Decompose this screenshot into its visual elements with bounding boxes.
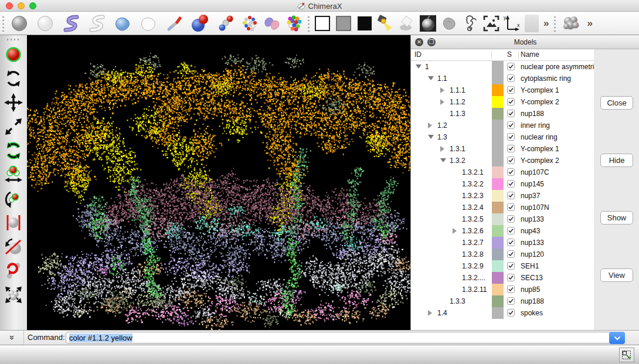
- model-row-1.3[interactable]: 1.3nuclear ring: [411, 131, 594, 143]
- zoom-icon[interactable]: [2, 115, 25, 138]
- disclosure-right-icon[interactable]: [440, 99, 444, 105]
- disclosure-down-icon[interactable]: [440, 158, 446, 162]
- snapshot-icon[interactable]: [481, 12, 502, 35]
- column-name[interactable]: Name: [521, 50, 539, 59]
- white-background-icon[interactable]: [312, 12, 333, 35]
- model-row-1[interactable]: 1nuclear pore asymmetric unit: [411, 61, 594, 73]
- model-row-1.3.2.8[interactable]: 1.3.2.8nup120: [411, 249, 594, 260]
- model-shown-checkbox[interactable]: [507, 110, 515, 117]
- select-icon[interactable]: [2, 43, 25, 66]
- model-color-swatch[interactable]: [492, 96, 504, 108]
- model-row-1.3.1[interactable]: 1.3.1Y-complex 1: [411, 143, 594, 155]
- simple-lighting-icon[interactable]: [375, 12, 396, 35]
- disclosure-down-icon[interactable]: [428, 135, 434, 139]
- element-colors-atoms-icon[interactable]: [239, 12, 261, 35]
- rotate-models-icon[interactable]: [2, 140, 25, 162]
- model-shown-checkbox[interactable]: [507, 133, 515, 141]
- spacefill-style-icon[interactable]: [187, 12, 213, 35]
- model-color-swatch[interactable]: [492, 73, 504, 84]
- toolbar-overflow-chevron[interactable]: »: [541, 18, 552, 29]
- model-color-swatch[interactable]: [492, 108, 504, 120]
- model-shown-checkbox[interactable]: [507, 297, 515, 305]
- move-model-icon[interactable]: [2, 284, 25, 306]
- model-shown-checkbox[interactable]: [507, 180, 515, 188]
- clip-icon[interactable]: [2, 212, 25, 234]
- disclosure-right-icon[interactable]: [428, 123, 432, 128]
- model-shown-checkbox[interactable]: [507, 157, 515, 164]
- model-shown-checkbox[interactable]: [507, 145, 515, 152]
- model-shown-checkbox[interactable]: [507, 121, 515, 129]
- chain-colors-blobs-icon[interactable]: [261, 12, 283, 35]
- black-background-icon[interactable]: [354, 12, 375, 35]
- model-shown-checkbox[interactable]: [507, 285, 515, 293]
- model-row-1.3.3[interactable]: 1.3.3nup188: [411, 295, 594, 307]
- model-color-swatch[interactable]: [492, 131, 504, 143]
- model-color-swatch[interactable]: [492, 272, 504, 284]
- blank-toolbar-button[interactable]: [525, 15, 539, 32]
- models-column-header[interactable]: ID S Name: [411, 49, 594, 61]
- blue-surface-icon[interactable]: [110, 12, 135, 35]
- model-shown-checkbox[interactable]: [507, 274, 515, 281]
- model-color-swatch[interactable]: [492, 166, 504, 178]
- model-color-swatch[interactable]: [492, 61, 504, 73]
- rotate-molecule-icon[interactable]: [2, 188, 25, 210]
- model-shown-checkbox[interactable]: [507, 262, 515, 270]
- model-color-swatch[interactable]: [492, 120, 504, 131]
- rainbow-spheres-icon[interactable]: [283, 12, 305, 35]
- model-color-swatch[interactable]: [492, 155, 504, 166]
- command-input[interactable]: color #1.1.2 yellow: [66, 332, 625, 343]
- column-id[interactable]: ID: [414, 50, 422, 59]
- model-row-1.3.2.9[interactable]: 1.3.2.9SEH1: [411, 260, 594, 272]
- translate-icon[interactable]: [2, 91, 25, 114]
- model-shown-checkbox[interactable]: [507, 215, 515, 223]
- model-shown-checkbox[interactable]: [507, 309, 515, 317]
- model-color-swatch[interactable]: [492, 260, 504, 272]
- show-button[interactable]: Show: [600, 211, 633, 224]
- orient-axes-icon[interactable]: y x: [502, 12, 523, 35]
- bond-rotate-icon[interactable]: [2, 260, 25, 282]
- model-row-1.1.2[interactable]: 1.1.2Y-complex 2: [411, 96, 594, 108]
- model-row-1.3.2.7[interactable]: 1.3.2.7nup133: [411, 237, 594, 249]
- model-color-swatch[interactable]: [492, 178, 504, 190]
- model-row-1.1.1[interactable]: 1.1.1Y-complex 1: [411, 84, 594, 96]
- column-shown[interactable]: S: [507, 50, 512, 59]
- model-row-1.3.2.6[interactable]: 1.3.2.6nup43: [411, 225, 594, 237]
- model-color-swatch[interactable]: [492, 295, 504, 307]
- model-color-swatch[interactable]: [492, 284, 504, 295]
- model-color-swatch[interactable]: [492, 213, 504, 225]
- model-row-1.3.2.11[interactable]: 1.3.2.11nup85: [411, 284, 594, 295]
- disclosure-right-icon[interactable]: [440, 146, 444, 152]
- model-row-1.1.3[interactable]: 1.1.3nup188: [411, 108, 594, 120]
- 3d-viewport[interactable]: [27, 35, 410, 330]
- models-panel-titlebar[interactable]: ✕ ❐ Models: [411, 35, 639, 49]
- model-row-1.3.2.1[interactable]: 1.3.2.1nup107C: [411, 166, 594, 178]
- soft-lighting-icon[interactable]: [396, 12, 417, 35]
- model-shown-checkbox[interactable]: [507, 63, 515, 70]
- model-row-1.3.2.2[interactable]: 1.3.2.2nup145: [411, 178, 594, 190]
- model-shown-checkbox[interactable]: [507, 227, 515, 234]
- silhouettes-seahorse-icon[interactable]: [460, 12, 481, 35]
- toolbar-drag-handle[interactable]: [307, 15, 311, 32]
- white-ribbon-icon[interactable]: [84, 12, 110, 35]
- model-color-swatch[interactable]: [492, 237, 504, 249]
- close-button[interactable]: Close: [600, 96, 633, 110]
- hide-button[interactable]: Hide: [600, 154, 633, 167]
- model-color-swatch[interactable]: [492, 202, 504, 213]
- ball-and-stick-icon[interactable]: [213, 12, 239, 35]
- model-color-swatch[interactable]: [492, 143, 504, 155]
- disclosure-right-icon[interactable]: [428, 310, 432, 316]
- toolbar-drag-handle[interactable]: [553, 15, 557, 32]
- white-surface-icon[interactable]: [135, 12, 161, 35]
- model-shown-checkbox[interactable]: [507, 203, 515, 211]
- model-row-1.4[interactable]: 1.4spokes: [411, 307, 594, 319]
- model-row-1.3.2.5[interactable]: 1.3.2.5nup133: [411, 213, 594, 225]
- disclosure-down-icon[interactable]: [416, 64, 422, 69]
- model-row-1.3.2[interactable]: 1.3.2Y-complex 2: [411, 155, 594, 166]
- model-color-swatch[interactable]: [492, 225, 504, 237]
- model-shown-checkbox[interactable]: [507, 250, 515, 258]
- model-color-swatch[interactable]: [492, 249, 504, 260]
- model-row-1.1[interactable]: 1.1cytoplasmic ring: [411, 73, 594, 84]
- model-shown-checkbox[interactable]: [507, 74, 515, 82]
- view-button[interactable]: View: [600, 268, 633, 282]
- density-map-blob-icon[interactable]: [558, 12, 584, 35]
